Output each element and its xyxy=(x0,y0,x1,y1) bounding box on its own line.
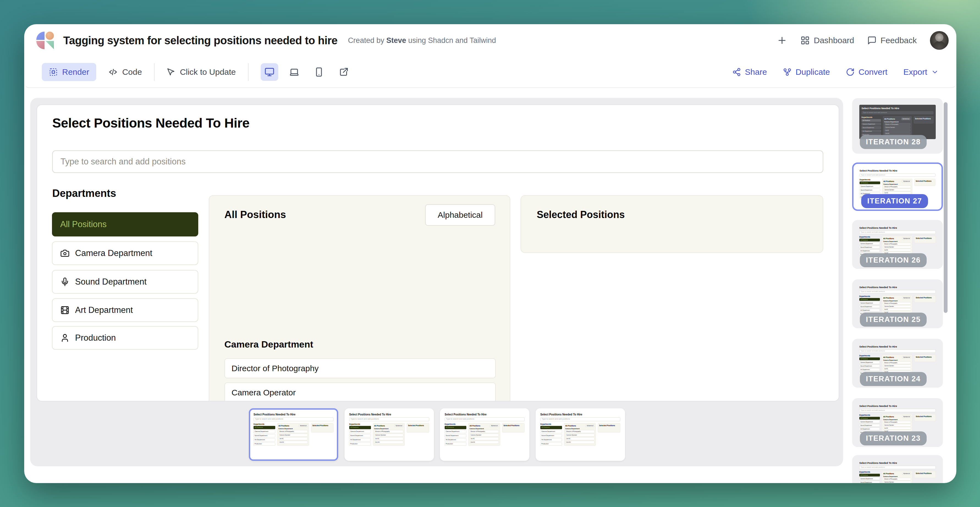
mini-search-input: Type to search and add positions xyxy=(540,417,620,421)
mini-all-positions-panel: All Positions Alphabetical Camera Depart… xyxy=(373,423,405,446)
mini-departments-column: Departments All Positions Camera Departm… xyxy=(859,471,880,483)
sort-alphabetical-button[interactable]: Alphabetical xyxy=(425,204,495,226)
app-mini-preview: Select Positions Needed To Hire Type to … xyxy=(859,462,936,483)
rendered-app-canvas: Select Positions Needed To Hire Departme… xyxy=(37,105,839,401)
laptop-preview-button[interactable] xyxy=(285,63,303,81)
mini-search-input: Type to search and add positions xyxy=(859,290,936,293)
version-thumbnail-3[interactable]: Select Positions Needed To Hire Type to … xyxy=(440,408,529,461)
mini-selected-positions-panel: Selected Positions xyxy=(914,414,936,421)
iteration-card-25[interactable]: Select Positions Needed To Hire Type to … xyxy=(852,279,943,328)
position-search-input[interactable] xyxy=(52,150,823,173)
app-mini-preview: Select Positions Needed To Hire Type to … xyxy=(253,413,334,447)
mobile-preview-button[interactable] xyxy=(310,63,328,81)
desktop-preview-button[interactable] xyxy=(261,63,278,81)
department-filter-all-positions[interactable]: All Positions xyxy=(52,212,198,237)
toolbar-divider xyxy=(248,63,248,81)
monitor-icon xyxy=(264,67,274,77)
mini-columns: Departments All Positions Camera Departm… xyxy=(445,423,525,447)
mini-app-title: Select Positions Needed To Hire xyxy=(540,413,620,416)
person-icon xyxy=(60,333,70,343)
department-filter-camera[interactable]: Camera Department xyxy=(52,242,198,265)
mini-all-positions-panel: All Positions Alphabetical Camera Depart… xyxy=(564,423,596,446)
iteration-card-26[interactable]: Select Positions Needed To Hire Type to … xyxy=(852,220,943,269)
desktop-background: Tagging system for selecting positions n… xyxy=(0,0,980,507)
iteration-badge: ITERATION 25 xyxy=(860,313,927,327)
created-by-line: Created by Steve using Shadcn and Tailwi… xyxy=(348,36,496,45)
cursor-icon xyxy=(167,68,175,76)
mini-selected-positions-panel: Selected Positions xyxy=(598,423,620,432)
mini-departments-column: Departments All Positions Camera Departm… xyxy=(445,423,466,447)
app-mini-preview: Select Positions Needed To Hire Type to … xyxy=(859,105,936,139)
department-filter-sound[interactable]: Sound Department xyxy=(52,270,198,294)
department-filter-art[interactable]: Art Department xyxy=(52,298,198,322)
project-title: Tagging system for selecting positions n… xyxy=(63,34,337,47)
canvas-area: Select Positions Needed To Hire Departme… xyxy=(30,98,843,466)
mini-search-input: Type to search and add positions xyxy=(859,173,935,177)
mini-app-title: Select Positions Needed To Hire xyxy=(253,413,334,416)
mini-app-title: Select Positions Needed To Hire xyxy=(859,169,935,172)
app-mini-preview: Select Positions Needed To Hire Type to … xyxy=(859,227,936,256)
mini-search-input: Type to search and add positions xyxy=(859,409,936,412)
mini-app-title: Select Positions Needed To Hire xyxy=(859,462,936,464)
department-filter-production[interactable]: Production xyxy=(52,326,198,350)
laptop-icon xyxy=(289,67,299,77)
code-tab[interactable]: Code xyxy=(108,67,142,77)
mini-search-input: Type to search and add positions xyxy=(859,350,936,353)
position-item[interactable]: Camera Operator xyxy=(224,383,496,401)
mini-columns: Departments All Positions Camera Departm… xyxy=(540,423,620,447)
mini-app-title: Select Positions Needed To Hire xyxy=(859,227,936,229)
open-preview-icon xyxy=(339,67,348,77)
mini-columns: Departments All Positions Camera Departm… xyxy=(859,471,936,483)
iteration-card-partial[interactable]: Select Positions Needed To Hire Type to … xyxy=(852,455,943,483)
share-button[interactable]: Share xyxy=(732,67,767,77)
device-preview-group xyxy=(261,63,353,81)
feedback-button[interactable]: Feedback xyxy=(867,36,917,45)
convert-button[interactable]: Convert xyxy=(846,67,887,77)
mini-app-title: Select Positions Needed To Hire xyxy=(445,413,525,416)
app-mini-preview: Select Positions Needed To Hire Type to … xyxy=(859,345,936,375)
mini-selected-positions-panel: Selected Positions xyxy=(311,423,334,432)
click-to-update-button[interactable]: Click to Update xyxy=(167,67,235,77)
iteration-badge: ITERATION 28 xyxy=(860,135,927,149)
mini-app-title: Select Positions Needed To Hire xyxy=(349,413,429,416)
mini-departments-column: Departments All Positions Camera Departm… xyxy=(861,116,881,137)
plus-icon xyxy=(777,35,787,46)
convert-icon xyxy=(846,68,854,76)
departments-heading: Departments xyxy=(52,188,116,199)
iteration-badge: ITERATION 27 xyxy=(861,194,928,208)
export-button[interactable]: Export xyxy=(903,67,939,77)
iteration-card-27[interactable]: Select Positions Needed To Hire Type to … xyxy=(852,162,943,211)
mini-search-input: Type to search and add positions xyxy=(859,466,936,469)
app-window: Tagging system for selecting positions n… xyxy=(24,24,956,483)
iterations-scrollbar xyxy=(944,101,948,480)
position-item[interactable]: Director of Photography xyxy=(224,358,496,378)
author-name: Steve xyxy=(387,36,406,45)
dashboard-button[interactable]: Dashboard xyxy=(800,36,854,45)
version-thumbnail-2[interactable]: Select Positions Needed To Hire Type to … xyxy=(345,408,434,461)
mini-columns: Departments All Positions Camera Departm… xyxy=(349,423,429,447)
version-thumbnail-4[interactable]: Select Positions Needed To Hire Type to … xyxy=(536,408,625,461)
iteration-card-23[interactable]: Select Positions Needed To Hire Type to … xyxy=(852,398,943,447)
mini-app-title: Select Positions Needed To Hire xyxy=(861,107,934,110)
render-tab[interactable]: Render xyxy=(42,63,96,81)
mini-columns: Departments All Positions Camera Departm… xyxy=(861,116,934,137)
fork-icon xyxy=(783,68,792,76)
duplicate-button[interactable]: Duplicate xyxy=(783,67,830,77)
iteration-badge: ITERATION 24 xyxy=(860,372,927,386)
mini-selected-positions-panel: Selected Positions xyxy=(914,471,936,478)
user-avatar[interactable] xyxy=(930,31,949,50)
chevron-down-icon xyxy=(931,68,939,76)
iteration-card-24[interactable]: Select Positions Needed To Hire Type to … xyxy=(852,339,943,388)
mini-selected-positions-panel: Selected Positions xyxy=(502,423,525,432)
app-mini-preview: Select Positions Needed To Hire Type to … xyxy=(349,413,429,447)
selected-positions-panel: Selected Positions xyxy=(520,195,823,253)
scrollbar-thumb[interactable] xyxy=(944,102,948,313)
iteration-card-28[interactable]: Select Positions Needed To Hire Type to … xyxy=(852,98,943,154)
new-project-button[interactable] xyxy=(777,35,787,46)
film-icon xyxy=(60,305,70,315)
open-preview-button[interactable] xyxy=(335,63,353,81)
mini-app-title: Select Positions Needed To Hire xyxy=(859,286,936,289)
version-thumbnail-1[interactable]: Select Positions Needed To Hire Type to … xyxy=(249,408,338,461)
app-mini-preview: Select Positions Needed To Hire Type to … xyxy=(859,405,936,435)
iterations-sidebar: Select Positions Needed To Hire Type to … xyxy=(849,98,950,483)
